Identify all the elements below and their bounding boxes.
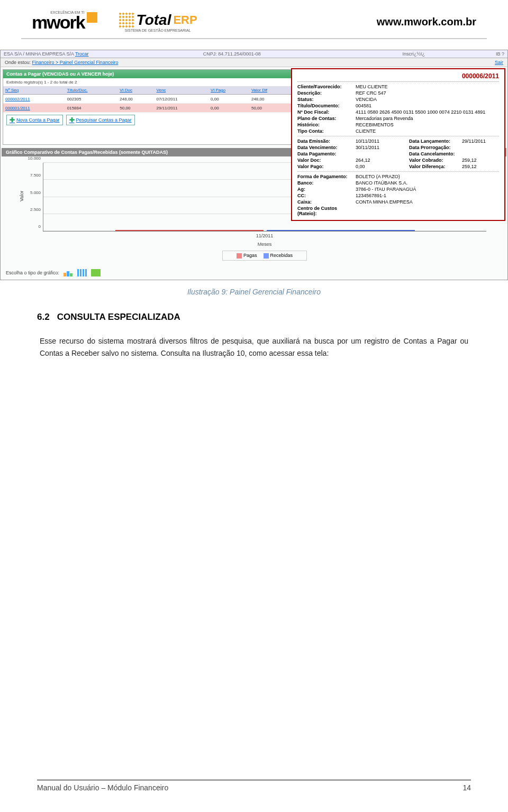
tooltip-row: Forma de Pagamento:BOLETO (A PRAZO) xyxy=(297,173,499,180)
legend-label-pagas: Pagas xyxy=(243,253,257,258)
tooltip-row: Título/Documento:004581 xyxy=(297,103,499,109)
chart-bar-recebidas xyxy=(267,230,415,231)
erp-screenshot: ESA S/A / MINHA EMPRESA S/A Trocar CNPJ:… xyxy=(0,50,508,280)
seq-link[interactable]: 000002/2011 xyxy=(5,97,30,102)
y-tick: 7.500 xyxy=(30,173,43,178)
totalerp-word: Total xyxy=(137,12,171,29)
plus-icon: ✚ xyxy=(10,116,15,124)
chart-y-label: Valor xyxy=(19,190,24,201)
mwork-wordmark: mwork xyxy=(32,12,85,32)
legend-swatch-pagas xyxy=(237,253,242,259)
logo-totalerp: TotalERP SISTEMA DE GESTÃO EMPRESARIAL xyxy=(119,12,197,32)
erp-topbar: ESA S/A / MINHA EMPRESA S/A Trocar CNPJ:… xyxy=(1,50,507,58)
totalerp-dots-icon xyxy=(119,12,134,28)
totalerp-subtitle: SISTEMA DE GESTÃO EMPRESARIAL xyxy=(125,29,191,32)
tooltip-row: Nº Doc Fiscal:4111 0580 2626 4500 0131 5… xyxy=(297,109,499,115)
tooltip-row: Data Vencimento:30/11/2011Data Prorrogaç… xyxy=(297,144,499,151)
col-header[interactable]: Vl Doc xyxy=(117,86,154,95)
header-url: www.mwork.com.br xyxy=(377,16,476,28)
btn-pesquisar-contas-pagar[interactable]: ✚Pesquisar Contas a Pagar xyxy=(66,115,135,125)
tooltip-row: Cliente/Favorecido:MEU CLIENTE xyxy=(297,84,499,90)
record-tooltip: 000006/2011 Cliente/Favorecido:MEU CLIEN… xyxy=(291,68,505,221)
breadcrumb-path[interactable]: Financeiro > Painel Gerencial Financeiro xyxy=(32,60,119,65)
mwork-square-icon xyxy=(87,12,97,23)
seq-link[interactable]: 000001/2011 xyxy=(5,106,30,110)
tooltip-row: Descrição:REF CRC 547 xyxy=(297,90,499,96)
tooltip-row: Plano de Contas:Mercadorias para Revenda xyxy=(297,115,499,122)
y-tick: 5.000 xyxy=(30,190,43,195)
tooltip-row: Banco:BANCO ITAÚBANK S.A. xyxy=(297,180,499,186)
tooltip-row: CC:1234567891-1 xyxy=(297,192,499,199)
doc-header: EXCELÊNCIA EM TI mwork TotalERP SISTEMA … xyxy=(0,0,508,38)
tooltip-title: 000006/2011 xyxy=(297,72,499,82)
cnpj-value: 84.711.254/0001-08 xyxy=(218,51,261,57)
footer-title: Manual do Usuário – Módulo Financeiro xyxy=(37,783,168,792)
chart-type-bar3d-icon[interactable] xyxy=(77,269,87,276)
sair-link[interactable]: Sair xyxy=(495,60,503,65)
tb-badge: IB ? xyxy=(496,51,504,57)
inscri-label: Inscri¿½ï¿ xyxy=(403,51,425,57)
figure-caption: Ilustração 9: Painel Gerencial Financeir… xyxy=(0,288,508,296)
chart-x-tick: 11/2011 xyxy=(43,232,486,240)
tooltip-row: Valor Doc:264,12Valor Cobrado:259,12 xyxy=(297,157,499,163)
btn-nova-conta-pagar[interactable]: ✚Nova Conta a Pagar xyxy=(6,115,63,125)
chart-x-label: Meses xyxy=(43,240,486,248)
logo-mwork: EXCELÊNCIA EM TI mwork xyxy=(32,11,97,33)
trocar-link[interactable]: Trocar xyxy=(75,51,89,57)
tooltip-row: Histórico:RECEBIMENTOS xyxy=(297,122,499,128)
col-header[interactable]: Valor Dif xyxy=(249,86,292,95)
body-paragraph: Esse recurso do sistema mostrará diverso… xyxy=(40,335,468,361)
breadcrumb: Onde estou: Financeiro > Painel Gerencia… xyxy=(1,58,507,67)
cnpj-label: CNPJ: xyxy=(203,51,217,57)
chart-bar-pagas xyxy=(115,230,264,231)
breadcrumb-prefix: Onde estou: xyxy=(5,60,31,65)
tooltip-row: Centro de Custos (Rateio): xyxy=(297,205,499,217)
col-header[interactable]: Título/Doc. xyxy=(65,86,118,95)
panel-a-count: Exibindo registro(s) 1 - 2 do total de 2 xyxy=(6,80,77,85)
col-header[interactable]: Nº Seq xyxy=(3,86,65,95)
chart-picker-label: Escolha o tipo de gráfico: xyxy=(6,270,59,275)
page-footer: Manual do Usuário – Módulo Financeiro 14 xyxy=(37,780,471,792)
section-heading: 6.2 CONSULTA ESPECIALIZADA xyxy=(37,312,471,322)
tooltip-row: Data Pagamento:Data Cancelamento: xyxy=(297,151,499,157)
y-tick: 0 xyxy=(39,224,43,229)
legend-swatch-recebidas xyxy=(264,253,269,259)
tooltip-row: Caixa:CONTA MINHA EMPRESA xyxy=(297,199,499,205)
tooltip-row: Valor Pago:0,00Valor Diferença:259,12 xyxy=(297,163,499,170)
tooltip-row: Status:VENCIDA xyxy=(297,96,499,103)
totalerp-suffix: ERP xyxy=(173,13,197,27)
legend-label-recebidas: Recebidas xyxy=(270,253,293,258)
chart-type-area-icon[interactable] xyxy=(91,269,101,276)
tooltip-row: Data Emissão:10/11/2011Data Lançamento:2… xyxy=(297,138,499,144)
chart-legend: Pagas Recebidas xyxy=(222,251,307,261)
tooltip-row: Tipo Conta:CLIENTE xyxy=(297,128,499,134)
y-tick: 2.500 xyxy=(30,207,43,211)
chart-type-picker: Escolha o tipo de gráfico: xyxy=(1,266,507,280)
chart-type-bar-icon[interactable] xyxy=(64,269,73,276)
header-divider xyxy=(21,38,487,39)
tooltip-row: Ag:3786-0 - ITAU PARANAGUÁ xyxy=(297,186,499,192)
company-name: ESA S/A / MINHA EMPRESA S/A xyxy=(4,51,74,57)
col-header[interactable]: Venc xyxy=(155,86,209,95)
col-header[interactable]: Vl Pago xyxy=(208,86,249,95)
plus-icon: ✚ xyxy=(69,116,75,124)
y-tick: 10.000 xyxy=(28,156,43,161)
footer-page-number: 14 xyxy=(462,783,471,792)
